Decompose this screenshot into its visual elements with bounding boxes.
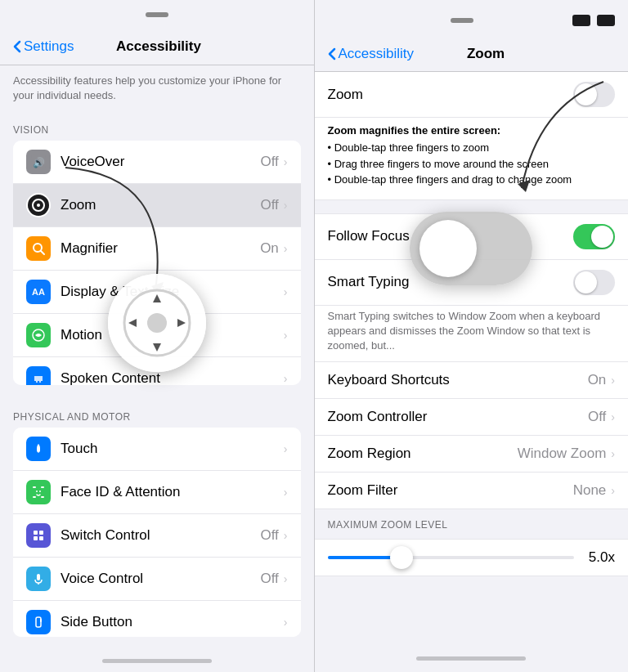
svg-line-5 [41,251,44,254]
voice-control-icon [26,567,51,591]
right-home-indicator [315,644,629,672]
left-phone: Settings Accessibility Accessibility fea… [0,0,314,672]
zoom-filter-row[interactable]: Zoom Filter None › [315,473,629,508]
physical-motor-section-header: PHYSICAL AND MOTOR [0,398,314,428]
svg-rect-12 [41,496,44,498]
left-status-bar [0,0,314,29]
zoom-desc-title: Zoom magnifies the entire screen: [328,124,616,137]
follow-focus-toggle[interactable] [573,224,615,249]
zoom-region-label: Zoom Region [328,446,518,462]
switch-control-chevron: › [284,529,288,542]
keyboard-shortcuts-label: Keyboard Shortcuts [328,372,588,388]
right-phone: Accessibility Zoom Zoom Zoom magnifies t… [315,0,629,672]
zoom-slider-track [328,556,575,559]
touch-chevron: › [284,442,288,455]
display-text-chevron: › [284,285,288,298]
physical-motor-settings-group: Touch › Face ID & Attention › [13,428,301,637]
status-notch [146,12,168,17]
zoom-region-value: Window Zoom [518,446,607,462]
motion-icon [26,323,51,347]
zoom-controller-row[interactable]: Zoom Controller Off › [315,399,629,436]
left-nav-title: Accessibility [74,38,243,55]
side-button-chevron: › [284,616,288,629]
zoom-value: Off [260,197,278,213]
svg-rect-17 [34,536,38,540]
zoom-filter-label: Zoom Filter [328,482,573,499]
voiceover-row[interactable]: 🔊 VoiceOver Off › [13,141,301,184]
zoom-row[interactable]: Zoom Off › [13,184,301,227]
zoom-slider-row: 5.0x [315,539,629,576]
spoken-content-label: Spoken Content [61,370,284,385]
vision-section-header: VISION [0,111,314,141]
zoom-controller-label: Zoom Controller [328,409,588,425]
switch-control-label: Switch Control [61,527,260,544]
smart-typing-thumb [575,271,597,293]
zoom-desc-item-3: Double-tap three fingers and drag to cha… [328,172,616,188]
side-button-label: Side Button [61,614,284,630]
smart-typing-subtext: Smart Typing switches to Window Zoom whe… [315,306,629,363]
zoom-toggle[interactable] [573,82,615,107]
svg-rect-21 [36,617,41,627]
keyboard-shortcuts-chevron: › [611,374,615,387]
zoom-slider-thumb[interactable] [390,546,413,569]
zoom-toggle-label: Zoom [328,87,574,103]
touch-row[interactable]: Touch › [13,428,301,471]
face-id-chevron: › [284,486,288,499]
magnifier-icon [26,236,51,261]
spoken-content-icon [26,366,51,385]
voice-control-row[interactable]: Voice Control Off › [13,558,301,601]
svg-point-13 [36,491,38,492]
zoom-region-row[interactable]: Zoom Region Window Zoom › [315,436,629,473]
switch-control-value: Off [260,527,278,544]
voice-control-chevron: › [284,572,288,585]
back-button-accessibility[interactable]: Accessibility [328,46,415,62]
zoom-controller-overlay [108,274,206,372]
back-button-settings[interactable]: Settings [13,38,74,55]
side-button-row[interactable]: Side Button › [13,601,301,637]
max-zoom-label: MAXIMUM ZOOM LEVEL [328,519,616,531]
svg-rect-10 [41,486,44,488]
touch-label: Touch [61,441,284,457]
left-nav-bar: Settings Accessibility [0,29,314,65]
svg-rect-16 [39,531,43,535]
face-id-icon [26,480,51,504]
signal-icon [597,15,615,26]
svg-rect-11 [33,496,36,498]
zoom-slider-value: 5.0x [582,549,615,566]
zoom-desc-item-2: Drag three fingers to move around the sc… [328,156,616,172]
zoom-toggle-thumb [575,83,597,105]
smart-typing-toggle[interactable] [573,270,615,295]
voice-control-value: Off [260,571,278,587]
keyboard-shortcuts-row[interactable]: Keyboard Shortcuts On › [315,362,629,399]
svg-rect-9 [33,486,36,488]
zoom-chevron: › [284,199,288,212]
right-status-notch [451,18,473,23]
back-label-accessibility: Accessibility [339,46,415,62]
voiceover-chevron: › [284,155,288,168]
zoom-toggle-row: Zoom [315,72,629,118]
face-id-label: Face ID & Attention [61,484,284,500]
zoom-toggle-section: Zoom Zoom magnifies the entire screen: D… [315,72,629,200]
zoom-icon [26,193,51,217]
magnifier-label: Magnifier [61,240,260,257]
accessibility-description: Accessibility features help you customiz… [0,65,314,111]
svg-point-26 [147,313,167,333]
magnifier-row[interactable]: Magnifier On › [13,227,301,271]
touch-icon [26,437,51,461]
max-zoom-section: MAXIMUM ZOOM LEVEL [315,509,629,539]
right-status-bar [315,0,629,36]
face-id-row[interactable]: Face ID & Attention › [13,471,301,514]
svg-text:🔊: 🔊 [33,156,45,168]
zoom-label: Zoom [61,197,260,213]
zoom-description: Zoom magnifies the entire screen: Double… [315,118,629,200]
switch-control-icon [26,523,51,548]
svg-rect-18 [39,536,43,540]
magnifier-chevron: › [284,242,288,255]
left-home-indicator [0,650,314,672]
keyboard-shortcuts-value: On [588,372,607,388]
voiceover-icon: 🔊 [26,150,51,174]
switch-control-row[interactable]: Switch Control Off › [13,514,301,558]
back-label-settings: Settings [24,38,74,55]
display-text-icon: AA [26,280,51,304]
spoken-content-chevron: › [284,372,288,385]
